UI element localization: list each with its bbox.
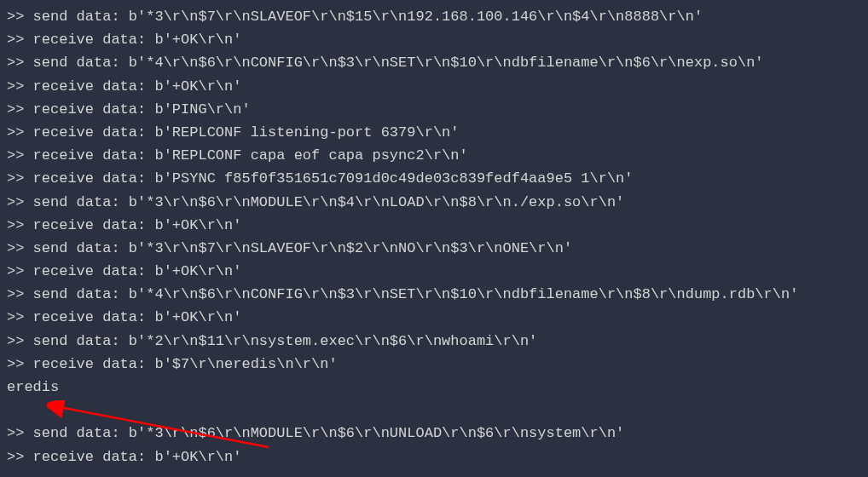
terminal-line: >> send data: b'*4\r\n$6\r\nCONFIG\r\n$3… xyxy=(7,283,861,306)
terminal-line: >> send data: b'*3\r\n$6\r\nMODULE\r\n$4… xyxy=(7,191,861,214)
terminal-line: >> send data: b'*3\r\n$6\r\nMODULE\r\n$6… xyxy=(7,422,861,445)
terminal-line: >> receive data: b'+OK\r\n' xyxy=(7,306,861,329)
terminal-line: >> receive data: b'PING\r\n' xyxy=(7,98,861,121)
terminal-line: >> receive data: b'+OK\r\n' xyxy=(7,214,861,237)
terminal-output: >> send data: b'*3\r\n$7\r\nSLAVEOF\r\n$… xyxy=(7,5,861,468)
terminal-line: >> receive data: b'+OK\r\n' xyxy=(7,445,861,468)
terminal-line: >> send data: b'*3\r\n$7\r\nSLAVEOF\r\n$… xyxy=(7,5,861,28)
terminal-line: >> send data: b'*4\r\n$6\r\nCONFIG\r\n$3… xyxy=(7,51,861,74)
terminal-line-eredis: eredis xyxy=(7,376,861,399)
terminal-line: >> send data: b'*3\r\n$7\r\nSLAVEOF\r\n$… xyxy=(7,237,861,260)
terminal-line: >> receive data: b'+OK\r\n' xyxy=(7,260,861,283)
terminal-line: >> receive data: b'PSYNC f85f0f351651c70… xyxy=(7,167,861,190)
terminal-line: >> receive data: b'REPLCONF listening-po… xyxy=(7,121,861,144)
terminal-line: >> send data: b'*2\r\n$11\r\nsystem.exec… xyxy=(7,330,861,353)
terminal-line: >> receive data: b'+OK\r\n' xyxy=(7,75,861,98)
terminal-line: >> receive data: b'+OK\r\n' xyxy=(7,28,861,51)
terminal-line: >> receive data: b'REPLCONF capa eof cap… xyxy=(7,144,861,167)
terminal-line-empty xyxy=(7,399,861,422)
terminal-line: >> receive data: b'$7\r\neredis\n\r\n' xyxy=(7,353,861,376)
